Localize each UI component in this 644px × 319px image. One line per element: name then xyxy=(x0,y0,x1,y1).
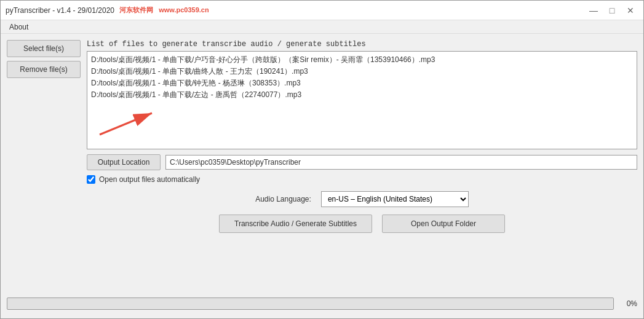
auto-open-checkbox[interactable] xyxy=(87,175,95,184)
progress-bar-container xyxy=(7,297,614,310)
progress-label: 0% xyxy=(619,299,637,308)
output-path-input[interactable] xyxy=(165,155,637,170)
left-panel: Select file(s) Remove file(s) xyxy=(7,40,81,289)
maximize-button[interactable]: □ xyxy=(604,4,620,17)
language-row: Audio Language: en-US – English (United … xyxy=(87,189,637,210)
menu-bar: About xyxy=(1,20,643,34)
watermark-line1: 河东软件网 xyxy=(119,6,153,14)
title-bar-left: pyTranscriber - v1.4 - 29/01/2020 河东软件网 … xyxy=(6,6,209,15)
file-list-label: List of files to generate transcribe aud… xyxy=(87,40,637,49)
transcribe-button[interactable]: Transcribe Audio / Generate Subtitles xyxy=(219,215,372,233)
title-bar-controls: — □ ✕ xyxy=(586,4,638,17)
menu-about[interactable]: About xyxy=(4,22,33,33)
list-item: D:/tools/桌面/视频/1 - 单曲下载/曲终人散 - 王力宏（19024… xyxy=(90,66,634,77)
main-window: pyTranscriber - v1.4 - 29/01/2020 河东软件网 … xyxy=(0,0,644,319)
auto-open-label[interactable]: Open output files automatically xyxy=(99,175,200,184)
language-select[interactable]: en-US – English (United States)zh-CN – C… xyxy=(321,191,469,207)
main-content: Select file(s) Remove file(s) List of fi… xyxy=(1,34,643,295)
watermark-text: 河东软件网 www.pc0359.cn xyxy=(119,6,209,15)
bottom-section: 0% xyxy=(1,295,643,318)
list-item: D:/tools/桌面/视频/1 - 单曲下载/户巧音-好心分手（跨鼓版）（案S… xyxy=(90,54,634,66)
file-list-section: List of files to generate transcribe aud… xyxy=(87,40,637,149)
output-location-row: Output Location xyxy=(87,154,637,170)
list-item: D:/tools/桌面/视频/1 - 单曲下载/左边 - 唐禹哲（2274007… xyxy=(90,89,634,101)
remove-files-button[interactable]: Remove file(s) xyxy=(7,61,81,78)
checkbox-row: Open output files automatically xyxy=(87,175,637,184)
file-list-box[interactable]: D:/tools/桌面/视频/1 - 单曲下载/户巧音-好心分手（跨鼓版）（案S… xyxy=(87,51,637,149)
language-label: Audio Language: xyxy=(255,195,311,203)
progress-row: 0% xyxy=(7,295,637,312)
window-title: pyTranscriber - v1.4 - 29/01/2020 xyxy=(6,6,114,15)
right-panel: List of files to generate transcribe aud… xyxy=(87,40,637,289)
select-files-button[interactable]: Select file(s) xyxy=(7,40,81,57)
close-button[interactable]: ✕ xyxy=(622,4,638,17)
watermark-line2: www.pc0359.cn xyxy=(159,6,209,14)
action-buttons-row: Transcribe Audio / Generate Subtitles Op… xyxy=(87,215,637,233)
open-folder-button[interactable]: Open Output Folder xyxy=(382,215,505,233)
minimize-button[interactable]: — xyxy=(586,4,602,17)
output-location-button[interactable]: Output Location xyxy=(87,154,161,170)
svg-line-1 xyxy=(100,113,152,135)
title-bar: pyTranscriber - v1.4 - 29/01/2020 河东软件网 … xyxy=(1,1,643,20)
red-arrow-icon xyxy=(97,107,158,138)
list-item: D:/tools/桌面/视频/1 - 单曲下载/钟无艳 - 杨丞琳（308353… xyxy=(90,77,634,89)
